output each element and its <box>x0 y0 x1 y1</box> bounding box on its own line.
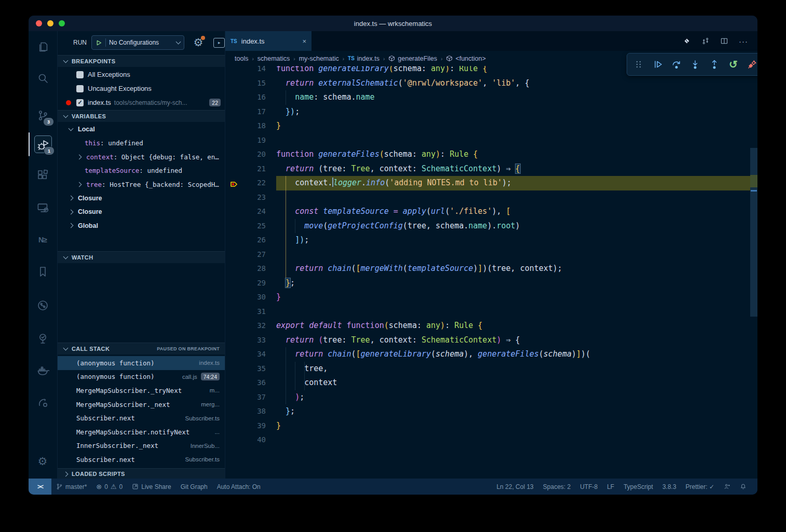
disconnect-button[interactable] <box>746 58 757 71</box>
line-number: 22 <box>241 176 266 190</box>
close-tab-icon[interactable]: × <box>302 37 306 45</box>
activity-docker[interactable] <box>34 362 51 378</box>
activity-extensions[interactable] <box>34 167 51 183</box>
eol-status[interactable]: LF <box>602 479 619 495</box>
activity-settings[interactable]: ⚙ <box>34 453 51 469</box>
auto-attach-status[interactable]: Auto Attach: On <box>212 479 265 495</box>
variable-scope-row[interactable]: Global <box>58 219 225 233</box>
launch-configuration-dropdown[interactable]: No Configurations <box>91 35 184 50</box>
breadcrumb-item-schematics[interactable]: schematics <box>258 55 290 62</box>
language-status[interactable]: TypeScript <box>619 479 658 495</box>
breakpoint-checkbox[interactable]: ✓ <box>76 99 84 106</box>
call-stack-frame[interactable]: (anonymous function) index.ts <box>58 356 225 370</box>
git-graph-status[interactable]: Git Graph <box>176 479 212 495</box>
continue-button[interactable] <box>651 58 665 71</box>
symbol-method-icon <box>388 55 395 62</box>
chevron-right-icon <box>69 196 74 201</box>
variable-scope-row[interactable]: Closure <box>58 192 225 206</box>
breadcrumb-item-tools[interactable]: tools <box>235 55 248 62</box>
variable-row[interactable]: templateSource: undefined <box>58 164 225 178</box>
cursor-position-status[interactable]: Ln 22, Col 13 <box>492 479 538 495</box>
call-stack-frame[interactable]: MergeMapSubscriber._next merg... <box>58 398 225 412</box>
scope-label: Global <box>78 222 98 229</box>
step-out-button[interactable] <box>708 58 721 71</box>
indentation-status[interactable]: Spaces: 2 <box>538 479 575 495</box>
variables-section-header[interactable]: VARIABLES <box>58 110 225 122</box>
problems-status[interactable]: ⊗ 0 ⚠ 0 <box>91 479 127 495</box>
breakpoint-path: tools/schematics/my-sch... <box>114 99 187 106</box>
typescript-version-status[interactable]: 3.8.3 <box>658 479 681 495</box>
more-actions-icon[interactable]: ··· <box>739 37 748 46</box>
gitlens-icon[interactable] <box>683 37 691 45</box>
step-into-button[interactable] <box>688 58 702 71</box>
git-branch-status[interactable]: master* <box>51 479 91 495</box>
breakpoint-row[interactable]: ✓index.tstools/schematics/my-sch...22 <box>58 96 225 110</box>
code-line-26: 26 ]); <box>225 233 750 248</box>
call-stack-frame[interactable]: Subscriber.next Subscriber.ts <box>58 411 225 425</box>
activity-nx-console[interactable]: N≥ <box>34 231 51 248</box>
breakpoint-row[interactable]: Uncaught Exceptions <box>58 81 225 96</box>
activity-live-share[interactable] <box>34 394 51 411</box>
variable-scope-row[interactable]: Local <box>58 122 225 137</box>
variable-row[interactable]: this: undefined <box>58 137 225 151</box>
debug-console-button[interactable]: ▸ <box>213 38 225 48</box>
breakpoint-checkbox[interactable] <box>76 71 84 78</box>
activity-run-debug[interactable]: 1 <box>34 135 52 153</box>
call-stack-frame[interactable]: (anonymous function) call.js74:24 <box>58 370 225 384</box>
step-over-button[interactable] <box>670 58 683 71</box>
breadcrumb-item-index-ts[interactable]: TSindex.ts <box>348 55 380 62</box>
configure-gear-button[interactable]: ⚙ <box>194 37 204 49</box>
scope-label: Local <box>78 126 95 133</box>
activity-test-explorer[interactable] <box>34 330 51 347</box>
activity-source-control[interactable]: 3 <box>34 107 51 124</box>
debug-toolbar: ↺ <box>627 53 757 76</box>
watch-section-header[interactable]: WATCH <box>58 251 225 263</box>
frame-file: Subscriber.ts <box>185 456 220 462</box>
zoom-window-button[interactable] <box>59 20 65 26</box>
remote-indicator[interactable]: >< <box>29 479 51 495</box>
breakpoints-section-header[interactable]: BREAKPOINTS <box>58 55 225 67</box>
scrollbar-thumb[interactable] <box>750 148 757 317</box>
variable-row[interactable]: tree: HostTree {_backend: ScopedH… <box>58 178 225 192</box>
loaded-scripts-section-header[interactable]: LOADED SCRIPTS <box>58 468 225 479</box>
restart-button[interactable]: ↺ <box>726 58 740 71</box>
activity-git-graph[interactable] <box>34 297 51 313</box>
activity-bookmarks[interactable] <box>34 263 51 280</box>
variable-row[interactable]: context: Object {debug: false, en… <box>58 150 225 164</box>
start-debug-icon[interactable] <box>96 39 102 46</box>
breakpoint-checkbox[interactable] <box>76 85 84 92</box>
frame-function: (anonymous function) <box>76 359 155 367</box>
activity-remote-explorer[interactable] <box>34 199 51 216</box>
breadcrumb-item-my-schematic[interactable]: my-schematic <box>299 55 339 62</box>
breakpoint-row[interactable]: All Exceptions <box>58 67 225 81</box>
breadcrumb-item-generatefiles[interactable]: generateFiles <box>388 55 437 62</box>
close-window-button[interactable] <box>36 20 42 26</box>
activity-bar: 31N≥⚙ <box>29 31 58 479</box>
breadcrumb-label: tools <box>235 55 248 62</box>
chevron-down-icon <box>175 39 181 45</box>
activity-search[interactable] <box>34 70 51 86</box>
open-changes-icon[interactable] <box>701 37 710 45</box>
feedback-button[interactable] <box>719 479 735 495</box>
activity-explorer[interactable] <box>34 38 51 55</box>
call-stack-frame[interactable]: MergeMapSubscriber.notifyNext ... <box>58 425 225 439</box>
call-stack-frame[interactable]: MergeMapSubscriber._tryNext m... <box>58 384 225 398</box>
extensions-icon <box>36 169 49 182</box>
breakpoint-label: All Exceptions <box>88 71 130 78</box>
prettier-status[interactable]: Prettier: ✓ <box>681 479 719 495</box>
code-editor[interactable]: 14function generateLibrary(schema: any):… <box>225 31 757 479</box>
call-stack-frame[interactable]: Subscriber.next Subscriber.ts <box>58 453 225 467</box>
call-stack-section-header[interactable]: CALL STACK PAUSED ON BREAKPOINT <box>58 343 225 354</box>
variable-scope-row[interactable]: Closure <box>58 205 225 219</box>
notifications-button[interactable] <box>735 479 751 495</box>
live-share-status[interactable]: Live Share <box>127 479 175 495</box>
encoding-status[interactable]: UTF-8 <box>575 479 602 495</box>
minimize-window-button[interactable] <box>47 20 53 26</box>
frame-position-badge: 74:24 <box>201 373 220 380</box>
split-editor-icon[interactable] <box>720 37 728 45</box>
tab-index-ts[interactable]: TS index.ts × <box>225 31 311 51</box>
call-stack-frame[interactable]: InnerSubscriber._next InnerSub... <box>58 439 225 453</box>
breadcrumb-item--function-[interactable]: <function> <box>446 55 485 62</box>
live-share-icon <box>36 396 49 409</box>
line-number: 17 <box>241 105 266 119</box>
